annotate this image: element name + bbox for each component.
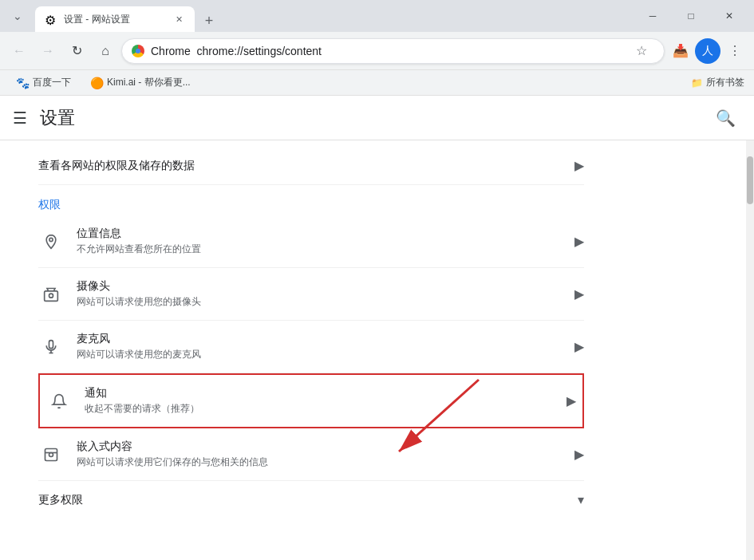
embedded-icon (38, 442, 64, 467)
settings-header: ☰ 设置 🔍 (0, 96, 754, 140)
more-permissions-item[interactable]: 更多权限 ▾ (38, 481, 584, 519)
settings-body: 查看各网站的权限及储存的数据 ▶ 权限 (0, 140, 754, 560)
svg-rect-3 (49, 340, 53, 348)
title-bar-left: ⌄ (6, 5, 29, 27)
tab-close-button[interactable]: ✕ (172, 13, 185, 26)
notification-title: 通知 (85, 386, 554, 400)
minimize-button[interactable]: ─ (634, 3, 671, 29)
scroll-track[interactable] (746, 140, 754, 560)
browser-frame: ⌄ ⚙ 设置 - 网站设置 ✕ + ─ □ ✕ ← → ↻ ⌂ Chrome c… (0, 0, 754, 560)
kimi-favicon-icon: 🟠 (90, 77, 104, 89)
tab-title: 设置 - 网站设置 (64, 13, 166, 26)
microphone-arrow-icon: ▶ (574, 339, 584, 354)
camera-subtitle: 网站可以请求使用您的摄像头 (77, 295, 562, 309)
embedded-text: 嵌入式内容 网站可以请求使用它们保存的与您相关的信息 (77, 440, 562, 469)
scroll-thumb[interactable] (747, 156, 753, 204)
active-tab[interactable]: ⚙ 设置 - 网站设置 ✕ (35, 6, 195, 32)
forward-button[interactable]: → (35, 38, 61, 64)
settings-search-button[interactable]: 🔍 (709, 102, 741, 134)
notification-bell-icon (46, 388, 72, 414)
camera-text: 摄像头 网站可以请求使用您的摄像头 (77, 279, 562, 309)
camera-title: 摄像头 (77, 279, 562, 294)
all-bookmarks-label: 所有书签 (706, 76, 744, 89)
more-permissions-chevron-icon: ▾ (578, 492, 584, 507)
embedded-arrow-icon: ▶ (574, 447, 584, 462)
tab-favicon-icon: ⚙ (45, 13, 57, 26)
downloads-icon[interactable]: 📥 (668, 38, 693, 64)
tab-list-button[interactable]: ⌄ (6, 5, 29, 27)
notification-text: 通知 收起不需要的请求（推荐） (85, 386, 554, 416)
svg-point-0 (49, 238, 53, 241)
tab-bar: ⚙ 设置 - 网站设置 ✕ + (32, 0, 631, 32)
home-button[interactable]: ⌂ (93, 38, 118, 64)
toolbar: ← → ↻ ⌂ Chrome chrome://settings/content… (0, 32, 754, 70)
site-permissions-arrow-icon: ▶ (574, 158, 584, 173)
back-button[interactable]: ← (6, 38, 32, 64)
svg-rect-1 (45, 290, 58, 301)
new-tab-button[interactable]: + (198, 10, 220, 32)
embedded-subtitle: 网站可以请求使用它们保存的与您相关的信息 (77, 455, 562, 469)
permission-item-embedded[interactable]: 嵌入式内容 网站可以请求使用它们保存的与您相关的信息 ▶ (38, 428, 584, 481)
bookmark-kimi-label: Kimi.ai - 帮你看更... (107, 76, 191, 89)
page-content: ☰ 设置 🔍 查看各网站的权限及储存的数据 ▶ (0, 96, 754, 560)
notification-highlight-box: 通知 收起不需要的请求（推荐） ▶ (38, 373, 584, 428)
permission-item-location[interactable]: 位置信息 不允许网站查看您所在的位置 ▶ (38, 215, 584, 268)
bookmark-star-icon[interactable]: ☆ (629, 38, 654, 64)
location-icon (38, 229, 64, 254)
all-bookmarks-button[interactable]: 📁 所有书签 (691, 76, 744, 89)
bookmark-kimi[interactable]: 🟠 Kimi.ai - 帮你看更... (84, 73, 197, 93)
permissions-heading: 权限 (38, 185, 584, 215)
reload-button[interactable]: ↻ (64, 38, 89, 64)
address-url: chrome://settings/content (197, 45, 322, 57)
svg-point-2 (49, 294, 53, 298)
address-bar[interactable]: Chrome chrome://settings/content ☆ (121, 38, 665, 64)
svg-rect-6 (45, 448, 57, 460)
location-title: 位置信息 (77, 227, 562, 241)
notification-arrow-icon: ▶ (566, 393, 576, 408)
microphone-text: 麦克风 网站可以请求使用您的麦克风 (77, 332, 562, 361)
address-text: Chrome chrome://settings/content (151, 45, 622, 57)
content-section: 查看各网站的权限及储存的数据 ▶ 权限 (0, 140, 622, 525)
camera-arrow-icon: ▶ (574, 286, 584, 302)
permission-item-microphone[interactable]: 麦克风 网站可以请求使用您的麦克风 ▶ (38, 321, 584, 373)
toolbar-right: 📥 人 ⋮ (668, 38, 748, 64)
bookmark-baidu-label: 百度一下 (33, 76, 71, 89)
menu-button[interactable]: ⋮ (722, 38, 748, 64)
location-arrow-icon: ▶ (574, 234, 584, 249)
site-permissions-text: 查看各网站的权限及储存的数据 (38, 159, 574, 173)
chrome-logo-icon (132, 45, 144, 57)
title-bar: ⌄ ⚙ 设置 - 网站设置 ✕ + ─ □ ✕ (0, 0, 754, 32)
address-brand: Chrome (151, 45, 191, 57)
notification-subtitle: 收起不需要的请求（推荐） (85, 402, 554, 416)
location-text: 位置信息 不允许网站查看您所在的位置 (77, 227, 562, 256)
settings-page: ☰ 设置 🔍 查看各网站的权限及储存的数据 ▶ (0, 96, 754, 560)
microphone-title: 麦克风 (77, 332, 562, 346)
settings-page-title: 设置 (40, 106, 75, 130)
microphone-subtitle: 网站可以请求使用您的麦克风 (77, 348, 562, 361)
bookmark-baidu[interactable]: 🐾 百度一下 (10, 73, 77, 93)
profile-button[interactable]: 人 (695, 38, 720, 64)
embedded-title: 嵌入式内容 (77, 440, 562, 454)
maximize-button[interactable]: □ (673, 3, 709, 29)
window-controls: ─ □ ✕ (634, 3, 748, 29)
close-button[interactable]: ✕ (711, 3, 748, 29)
settings-main[interactable]: 查看各网站的权限及储存的数据 ▶ 权限 (0, 140, 746, 560)
permission-item-camera[interactable]: 摄像头 网站可以请求使用您的摄像头 ▶ (38, 268, 584, 321)
hamburger-menu-icon[interactable]: ☰ (13, 108, 27, 128)
site-permissions-link[interactable]: 查看各网站的权限及储存的数据 ▶ (38, 147, 584, 185)
camera-icon (38, 282, 64, 307)
permission-item-notifications[interactable]: 通知 收起不需要的请求（推荐） ▶ (40, 375, 582, 427)
bookmarks-bar: 🐾 百度一下 🟠 Kimi.ai - 帮你看更... 📁 所有书签 (0, 70, 754, 96)
microphone-icon (38, 334, 64, 360)
more-permissions-text: 更多权限 (38, 493, 578, 507)
baidu-favicon-icon: 🐾 (16, 77, 30, 89)
location-subtitle: 不允许网站查看您所在的位置 (77, 243, 562, 256)
folder-icon: 📁 (691, 77, 703, 89)
